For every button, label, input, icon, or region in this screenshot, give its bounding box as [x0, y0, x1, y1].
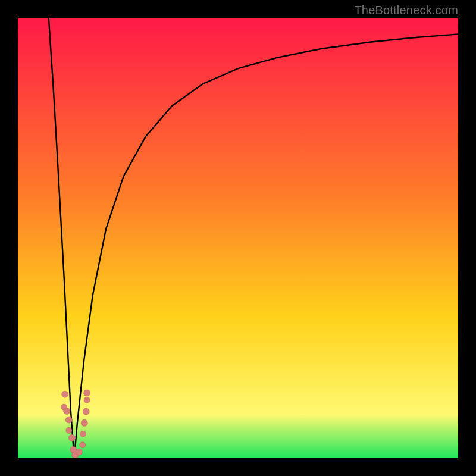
data-marker — [65, 416, 72, 423]
data-marker — [84, 390, 90, 396]
data-marker — [80, 431, 86, 437]
plot-area — [18, 18, 458, 458]
data-marker — [69, 434, 76, 441]
data-marker — [81, 419, 87, 426]
data-marker — [84, 397, 90, 403]
chart-svg — [18, 18, 458, 458]
attribution-text: TheBottleneck.com — [354, 4, 458, 17]
data-marker — [83, 408, 89, 415]
data-marker — [80, 442, 86, 448]
data-marker — [64, 408, 70, 414]
data-marker — [66, 427, 72, 433]
data-marker — [76, 449, 82, 455]
data-marker — [62, 391, 68, 397]
chart-frame: TheBottleneck.com — [0, 0, 476, 476]
